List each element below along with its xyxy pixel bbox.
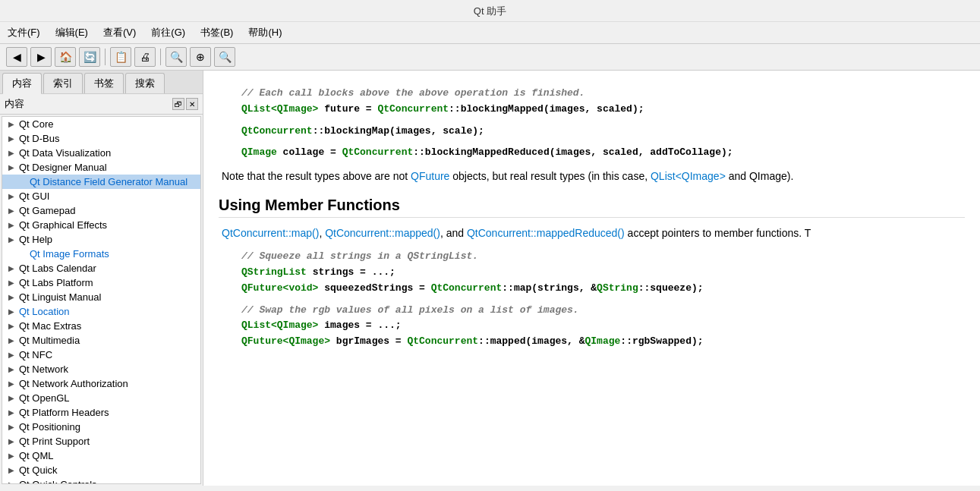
tree-arrow-qtpositioning: ▶ bbox=[8, 423, 16, 431]
link-qtconcurrentmappedreduced[interactable]: QtConcurrent::mappedReduced() bbox=[467, 227, 625, 239]
back-button[interactable]: ◀ bbox=[6, 47, 27, 67]
tree-item-qtquickcontrols[interactable]: ▶ Qt Quick Controls bbox=[2, 477, 200, 484]
tree-item-label-qtlabscalendar: Qt Labs Calendar bbox=[19, 263, 96, 274]
tree-item-label-qtmacextras: Qt Mac Extras bbox=[19, 320, 81, 332]
tree-item-label-qtqml: Qt QML bbox=[19, 450, 54, 461]
tree-item-qtqml[interactable]: ▶ Qt QML bbox=[2, 449, 200, 463]
tree-item-qtprintsupport[interactable]: ▶ Qt Print Support bbox=[2, 434, 200, 449]
tree-arrow-qtcore: ▶ bbox=[8, 120, 16, 128]
menu-bookmarks[interactable]: 书签(B) bbox=[197, 24, 236, 41]
tree-area[interactable]: ▶ Qt Core ▶ Qt D-Bus ▶ Qt Data Visualiza… bbox=[2, 116, 201, 484]
tab-bar: 内容 索引 书签 搜索 bbox=[0, 71, 203, 94]
tree-item-qtdesigner[interactable]: ▶ Qt Designer Manual bbox=[2, 160, 200, 175]
tree-item-qtimageformats[interactable]: ▶ Qt Image Formats bbox=[2, 247, 200, 261]
menu-view[interactable]: 查看(V) bbox=[100, 24, 139, 41]
tree-item-qtlinguist[interactable]: ▶ Qt Linguist Manual bbox=[2, 290, 200, 304]
tree-item-qtopengl[interactable]: ▶ Qt OpenGL bbox=[2, 391, 200, 405]
tree-item-qtnetwork[interactable]: ▶ Qt Network bbox=[2, 362, 200, 376]
section-heading: Using Member Functions bbox=[219, 197, 965, 218]
app-title: Qt 助手 bbox=[474, 5, 506, 17]
section-text: QtConcurrent::map(), QtConcurrent::mappe… bbox=[222, 225, 965, 241]
tree-item-label-qtlocation: Qt Location bbox=[19, 306, 70, 317]
tab-bookmarks[interactable]: 书签 bbox=[84, 73, 124, 93]
toolbar: ◀ ▶ 🏠 🔄 📋 🖨 🔍 ⊕ 🔍 bbox=[0, 44, 980, 71]
tree-item-label-qtpositioning: Qt Positioning bbox=[19, 421, 80, 433]
tree-arrow-qtdbus: ▶ bbox=[8, 134, 16, 143]
tree-item-label-qtimageformats: Qt Image Formats bbox=[30, 248, 109, 260]
link-qtconcurrentmap[interactable]: QtConcurrent::map() bbox=[222, 227, 319, 239]
tree-item-qtlabsplatform[interactable]: ▶ Qt Labs Platform bbox=[2, 275, 200, 290]
menu-goto[interactable]: 前往(G) bbox=[148, 24, 188, 41]
tree-item-qtplatformheaders[interactable]: ▶ Qt Platform Headers bbox=[2, 405, 200, 420]
menu-help[interactable]: 帮助(H) bbox=[245, 24, 285, 41]
tree-item-qtmacextras[interactable]: ▶ Qt Mac Extras bbox=[2, 319, 200, 333]
tab-search[interactable]: 搜索 bbox=[125, 73, 165, 93]
tree-item-qtgamepad[interactable]: ▶ Qt Gamepad bbox=[2, 203, 200, 218]
left-panel: 内容 索引 书签 搜索 内容 🗗 ✕ ▶ Qt Core ▶ Qt D-Bus bbox=[0, 71, 203, 486]
link-qfuture[interactable]: QFuture bbox=[411, 170, 449, 182]
sync-button[interactable]: 🔄 bbox=[79, 47, 100, 67]
tree-item-label-qtquick: Qt Quick bbox=[19, 464, 58, 476]
menu-file[interactable]: 文件(F) bbox=[5, 24, 43, 41]
tree-item-qtpositioning[interactable]: ▶ Qt Positioning bbox=[2, 420, 200, 434]
tree-item-label-qthelp: Qt Help bbox=[19, 234, 52, 245]
tab-contents[interactable]: 内容 bbox=[2, 73, 42, 94]
tree-item-qtlocation[interactable]: ▶ Qt Location bbox=[2, 304, 200, 319]
tree-arrow-qtlabsplatform: ▶ bbox=[8, 279, 16, 287]
tree-item-label-qtdesigner: Qt Designer Manual bbox=[19, 162, 107, 173]
menu-bar: 文件(F) 编辑(E) 查看(V) 前往(G) 书签(B) 帮助(H) bbox=[0, 22, 980, 44]
tree-item-qtnetworkauth[interactable]: ▶ Qt Network Authorization bbox=[2, 376, 200, 391]
panel-header-label: 内容 bbox=[5, 97, 24, 111]
tree-item-qtdistance[interactable]: ▶ Qt Distance Field Generator Manual bbox=[2, 175, 200, 189]
tree-arrow-qtlabscalendar: ▶ bbox=[8, 264, 16, 272]
tab-index[interactable]: 索引 bbox=[43, 73, 83, 93]
tree-item-label-qtlinguist: Qt Linguist Manual bbox=[19, 291, 101, 303]
forward-button[interactable]: ▶ bbox=[30, 47, 52, 67]
link-qlistqimage[interactable]: QList<QImage> bbox=[651, 170, 726, 182]
tree-item-label-qtdatavis: Qt Data Visualization bbox=[19, 147, 111, 159]
tree-item-qtlabscalendar[interactable]: ▶ Qt Labs Calendar bbox=[2, 261, 200, 275]
tree-item-label-qtmultimedia: Qt Multimedia bbox=[19, 335, 80, 346]
code-block-5: // Swap the rgb values of all pixels on … bbox=[241, 303, 965, 350]
tree-item-qtdbus[interactable]: ▶ Qt D-Bus bbox=[2, 131, 200, 146]
title-bar: Qt 助手 bbox=[0, 0, 980, 22]
code-block-3: QImage collage = QtConcurrent::blockingM… bbox=[241, 145, 965, 161]
zoom-out-button[interactable]: 🔍 bbox=[214, 47, 235, 67]
tree-item-label-qtgamepad: Qt Gamepad bbox=[19, 205, 75, 216]
tree-arrow-qtgraphicaleffects: ▶ bbox=[8, 221, 16, 229]
tree-item-qtnfc[interactable]: ▶ Qt NFC bbox=[2, 348, 200, 362]
tree-item-label-qtcore: Qt Core bbox=[19, 118, 54, 130]
tree-item-label-qtplatformheaders: Qt Platform Headers bbox=[19, 407, 109, 418]
tree-item-qtcore[interactable]: ▶ Qt Core bbox=[2, 117, 200, 131]
tree-item-qtquick[interactable]: ▶ Qt Quick bbox=[2, 463, 200, 477]
tree-arrow-qtdesigner: ▶ bbox=[8, 163, 16, 172]
tree-arrow-qtgamepad: ▶ bbox=[8, 206, 16, 215]
tree-item-label-qtopengl: Qt OpenGL bbox=[19, 392, 69, 404]
copy-button[interactable]: 📋 bbox=[110, 47, 131, 67]
link-qtconcurrentmapped[interactable]: QtConcurrent::mapped() bbox=[325, 227, 440, 239]
panel-minimize-button[interactable]: 🗗 bbox=[172, 98, 184, 110]
tree-arrow-qtquickcontrols: ▶ bbox=[8, 480, 16, 484]
zoom-in-button[interactable]: 🔍 bbox=[165, 47, 187, 67]
print-button[interactable]: 🖨 bbox=[134, 47, 156, 67]
tree-arrow-qtnetwork: ▶ bbox=[8, 365, 16, 373]
code-block-4: // Squeeze all strings in a QStringList.… bbox=[241, 249, 965, 296]
tree-arrow-qtlinguist: ▶ bbox=[8, 293, 16, 301]
tree-arrow-qtmacextras: ▶ bbox=[8, 322, 16, 330]
note-text: Note that the result types above are not… bbox=[222, 168, 965, 184]
tree-item-label-qtgraphicaleffects: Qt Graphical Effects bbox=[19, 219, 107, 231]
home-button[interactable]: 🏠 bbox=[55, 47, 76, 67]
tree-item-qtmultimedia[interactable]: ▶ Qt Multimedia bbox=[2, 333, 200, 348]
tree-item-qthelp[interactable]: ▶ Qt Help bbox=[2, 232, 200, 247]
zoom-normal-button[interactable]: ⊕ bbox=[190, 47, 211, 67]
menu-edit[interactable]: 编辑(E) bbox=[52, 24, 91, 41]
tree-item-label-qtdistance: Qt Distance Field Generator Manual bbox=[30, 176, 187, 187]
panel-close-button[interactable]: ✕ bbox=[186, 98, 198, 110]
tree-arrow-qtquick: ▶ bbox=[8, 466, 16, 474]
right-panel[interactable]: // Each call blocks above the above oper… bbox=[203, 71, 980, 486]
tree-item-label-qtgui: Qt GUI bbox=[19, 190, 49, 202]
tree-item-label-qtdbus: Qt D-Bus bbox=[19, 133, 59, 144]
tree-item-qtgui[interactable]: ▶ Qt GUI bbox=[2, 189, 200, 203]
tree-item-qtgraphicaleffects[interactable]: ▶ Qt Graphical Effects bbox=[2, 218, 200, 232]
tree-item-qtdatavis[interactable]: ▶ Qt Data Visualization bbox=[2, 146, 200, 160]
